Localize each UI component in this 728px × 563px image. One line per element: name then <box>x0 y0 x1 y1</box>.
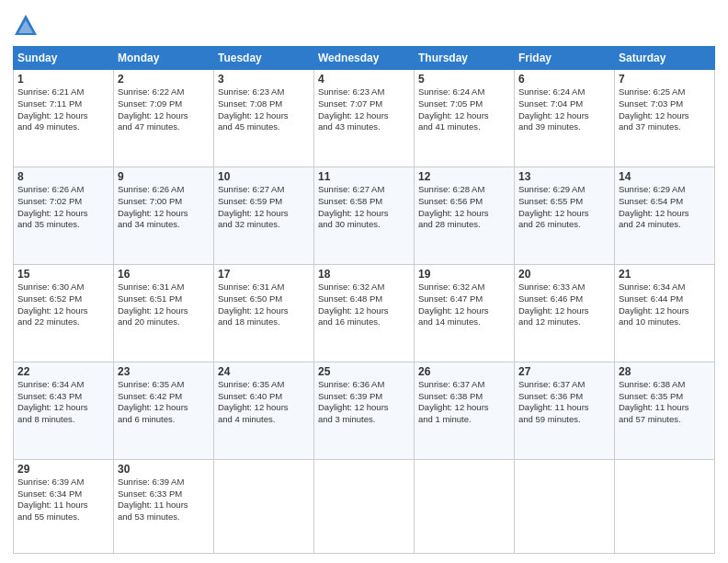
cell-line: and 22 minutes. <box>17 316 109 328</box>
cell-line: Daylight: 12 hours <box>318 110 410 122</box>
cell-line: Sunset: 7:09 PM <box>118 98 210 110</box>
calendar-cell: 17Sunrise: 6:31 AMSunset: 6:50 PMDayligh… <box>214 264 314 362</box>
col-header-tuesday: Tuesday <box>214 47 314 70</box>
cell-line: Sunrise: 6:29 AM <box>619 184 711 196</box>
col-header-sunday: Sunday <box>14 47 114 70</box>
cell-line: Sunset: 6:38 PM <box>418 391 510 403</box>
day-number: 23 <box>118 365 210 378</box>
cell-line: Sunrise: 6:38 AM <box>619 379 711 391</box>
cell-line: Sunrise: 6:30 AM <box>17 282 109 293</box>
calendar-cell: 15Sunrise: 6:30 AMSunset: 6:52 PMDayligh… <box>14 264 114 362</box>
calendar-cell: 10Sunrise: 6:27 AMSunset: 6:59 PMDayligh… <box>214 167 314 264</box>
cell-line: Sunset: 7:05 PM <box>418 98 510 110</box>
cell-line: and 47 minutes. <box>118 121 210 133</box>
cell-line: Sunset: 6:36 PM <box>518 391 610 403</box>
day-number: 13 <box>518 170 610 183</box>
cell-line: Daylight: 12 hours <box>518 305 610 317</box>
cell-line: and 24 minutes. <box>619 219 711 231</box>
cell-line: Sunset: 6:33 PM <box>118 488 210 500</box>
cell-line: Daylight: 12 hours <box>518 110 610 122</box>
day-number: 2 <box>118 73 210 86</box>
cell-line: Daylight: 12 hours <box>318 402 410 414</box>
cell-line: Daylight: 12 hours <box>218 305 310 317</box>
day-number: 22 <box>17 365 109 378</box>
day-number: 4 <box>318 73 410 86</box>
day-number: 9 <box>118 170 210 183</box>
cell-line: and 34 minutes. <box>118 219 210 231</box>
cell-line: and 18 minutes. <box>218 316 310 328</box>
cell-line: and 20 minutes. <box>118 316 210 328</box>
cell-line: Daylight: 12 hours <box>17 110 109 122</box>
cell-line: Daylight: 12 hours <box>418 208 510 220</box>
calendar-cell: 3Sunrise: 6:23 AMSunset: 7:08 PMDaylight… <box>214 70 314 167</box>
cell-line: Daylight: 12 hours <box>619 110 711 122</box>
day-number: 27 <box>518 365 610 378</box>
day-number: 21 <box>619 268 711 281</box>
cell-line: and 30 minutes. <box>318 219 410 231</box>
day-number: 20 <box>518 268 610 281</box>
cell-line: Sunset: 6:44 PM <box>619 293 711 305</box>
cell-line: and 12 minutes. <box>518 316 610 328</box>
cell-line: Sunrise: 6:35 AM <box>118 379 210 391</box>
cell-line: Sunset: 7:04 PM <box>518 98 610 110</box>
cell-line: and 3 minutes. <box>318 414 410 426</box>
cell-line: Sunset: 6:51 PM <box>118 293 210 305</box>
day-number: 12 <box>418 170 510 183</box>
cell-line: Sunrise: 6:27 AM <box>218 184 310 196</box>
cell-line: Sunset: 7:03 PM <box>619 98 711 110</box>
calendar-cell: 19Sunrise: 6:32 AMSunset: 6:47 PMDayligh… <box>415 264 515 362</box>
calendar-cell: 30Sunrise: 6:39 AMSunset: 6:33 PMDayligh… <box>114 459 214 553</box>
calendar-cell: 13Sunrise: 6:29 AMSunset: 6:55 PMDayligh… <box>515 167 615 264</box>
cell-line: Daylight: 12 hours <box>17 208 109 220</box>
cell-line: Sunset: 6:50 PM <box>218 293 310 305</box>
cell-line: Sunset: 6:40 PM <box>218 391 310 403</box>
cell-line: Sunrise: 6:37 AM <box>418 379 510 391</box>
week-row-2: 8Sunrise: 6:26 AMSunset: 7:02 PMDaylight… <box>14 167 715 264</box>
cell-line: and 49 minutes. <box>17 121 109 133</box>
day-number: 14 <box>619 170 711 183</box>
cell-line: Sunrise: 6:35 AM <box>218 379 310 391</box>
week-row-1: 1Sunrise: 6:21 AMSunset: 7:11 PMDaylight… <box>14 70 715 167</box>
cell-line: Sunrise: 6:28 AM <box>418 184 510 196</box>
cell-line: Sunset: 6:42 PM <box>118 391 210 403</box>
cell-line: Sunrise: 6:32 AM <box>418 282 510 293</box>
cell-line: Daylight: 12 hours <box>218 110 310 122</box>
cell-line: Sunset: 6:56 PM <box>418 196 510 208</box>
cell-line: Sunrise: 6:26 AM <box>118 184 210 196</box>
cell-line: and 41 minutes. <box>418 121 510 133</box>
cell-line: Sunrise: 6:29 AM <box>518 184 610 196</box>
day-number: 16 <box>118 268 210 281</box>
cell-line: Sunrise: 6:23 AM <box>318 86 410 98</box>
calendar-cell: 18Sunrise: 6:32 AMSunset: 6:48 PMDayligh… <box>314 264 415 362</box>
col-header-monday: Monday <box>114 47 214 70</box>
cell-line: Sunset: 7:08 PM <box>218 98 310 110</box>
cell-line: Daylight: 12 hours <box>17 402 109 414</box>
cell-line: Sunrise: 6:36 AM <box>318 379 410 391</box>
cell-line: Sunset: 6:55 PM <box>518 196 610 208</box>
cell-line: Sunrise: 6:39 AM <box>118 477 210 488</box>
cell-line: Sunrise: 6:24 AM <box>418 86 510 98</box>
cell-line: Sunset: 6:34 PM <box>17 488 109 500</box>
day-number: 19 <box>418 268 510 281</box>
cell-line: and 32 minutes. <box>218 219 310 231</box>
calendar-cell: 1Sunrise: 6:21 AMSunset: 7:11 PMDaylight… <box>14 70 114 167</box>
day-number: 8 <box>17 170 109 183</box>
calendar-cell: 11Sunrise: 6:27 AMSunset: 6:58 PMDayligh… <box>314 167 415 264</box>
header <box>13 9 715 39</box>
cell-line: Sunrise: 6:34 AM <box>619 282 711 293</box>
day-number: 24 <box>218 365 310 378</box>
cell-line: Sunrise: 6:23 AM <box>218 86 310 98</box>
cell-line: and 1 minute. <box>418 414 510 426</box>
calendar-cell: 14Sunrise: 6:29 AMSunset: 6:54 PMDayligh… <box>615 167 715 264</box>
calendar-cell <box>615 459 715 553</box>
day-number: 30 <box>118 463 210 476</box>
cell-line: Sunset: 6:58 PM <box>318 196 410 208</box>
cell-line: and 37 minutes. <box>619 121 711 133</box>
cell-line: Sunrise: 6:33 AM <box>518 282 610 293</box>
cell-line: Daylight: 11 hours <box>118 500 210 511</box>
cell-line: Daylight: 12 hours <box>418 110 510 122</box>
cell-line: and 35 minutes. <box>17 219 109 231</box>
cell-line: and 8 minutes. <box>17 414 109 426</box>
calendar-cell <box>314 459 415 553</box>
logo-icon <box>13 13 39 39</box>
